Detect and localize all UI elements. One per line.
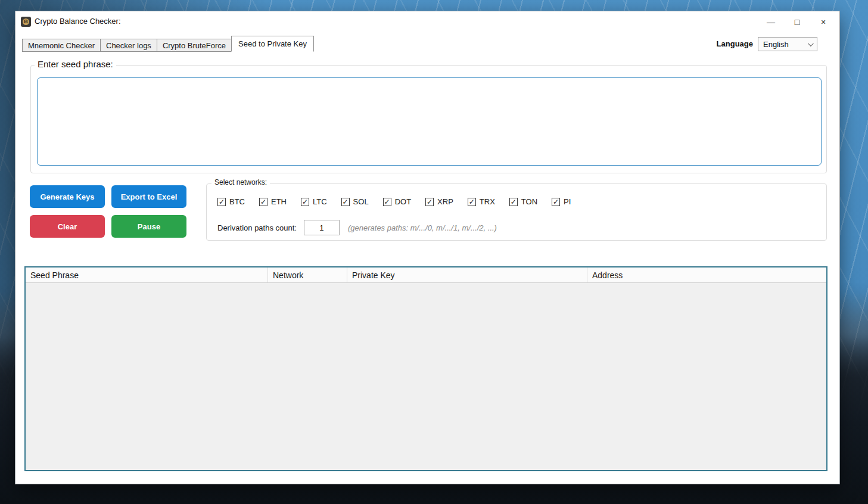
seed-phrase-legend: Enter seed phrase: bbox=[35, 59, 116, 69]
seed-phrase-input[interactable] bbox=[37, 77, 822, 166]
checkbox-dot[interactable] bbox=[383, 198, 391, 206]
checkbox-label: PI bbox=[564, 197, 571, 206]
export-to-excel-button[interactable]: Export to Excel bbox=[111, 185, 186, 208]
window-controls: — □ × bbox=[762, 15, 832, 29]
checkbox-xrp[interactable] bbox=[425, 198, 434, 206]
clear-button[interactable]: Clear bbox=[30, 215, 105, 238]
checkbox-trx[interactable] bbox=[468, 198, 476, 206]
network-option-ltc[interactable]: LTC bbox=[301, 197, 327, 206]
chevron-down-icon bbox=[808, 41, 814, 46]
pause-button[interactable]: Pause bbox=[111, 215, 186, 238]
column-header-address[interactable]: Address bbox=[587, 267, 826, 282]
title-bar[interactable]: B Crypto Balance Checker: — □ × bbox=[15, 11, 839, 33]
checkbox-label: LTC bbox=[313, 197, 327, 206]
app-icon: B bbox=[21, 17, 31, 27]
results-table-body[interactable] bbox=[26, 283, 826, 471]
checkbox-label: XRP bbox=[437, 197, 453, 206]
derivation-paths-label: Derivation paths count: bbox=[217, 223, 297, 232]
checkbox-ltc[interactable] bbox=[301, 198, 309, 206]
derivation-paths-hint: (generates paths: m/.../0, m/.../1, m/..… bbox=[348, 223, 497, 232]
generate-keys-button[interactable]: Generate Keys bbox=[30, 185, 105, 208]
networks-checkbox-row: BTC ETH LTC SOL DOT XRP bbox=[217, 197, 571, 206]
select-networks-groupbox: Select networks: BTC ETH LTC SOL DOT bbox=[206, 183, 827, 241]
seed-phrase-groupbox: Enter seed phrase: bbox=[30, 65, 827, 173]
network-option-dot[interactable]: DOT bbox=[383, 197, 411, 206]
checkbox-label: TON bbox=[521, 197, 537, 206]
checkbox-label: DOT bbox=[395, 197, 411, 206]
tab-label: Mnemonic Checker bbox=[28, 41, 95, 50]
tab-seed-to-private-key[interactable]: Seed to Private Key bbox=[231, 36, 314, 52]
network-option-ton[interactable]: TON bbox=[509, 197, 537, 206]
app-window: B Crypto Balance Checker: — □ × Mnemonic… bbox=[15, 11, 840, 484]
network-option-btc[interactable]: BTC bbox=[217, 197, 245, 206]
language-dropdown[interactable]: English bbox=[758, 37, 817, 51]
tab-label: Checker logs bbox=[106, 41, 151, 50]
checkbox-pi[interactable] bbox=[552, 198, 560, 206]
language-selected-value: English bbox=[763, 40, 789, 49]
checkbox-sol[interactable] bbox=[341, 198, 350, 206]
derivation-paths-count-input[interactable] bbox=[304, 220, 340, 235]
select-networks-legend: Select networks: bbox=[211, 178, 270, 186]
tab-label: Crypto BruteForce bbox=[163, 41, 226, 50]
tab-checker-logs[interactable]: Checker logs bbox=[100, 39, 157, 52]
checkbox-label: ETH bbox=[271, 197, 287, 206]
derivation-paths-row: Derivation paths count: (generates paths… bbox=[217, 220, 497, 235]
tab-strip: Mnemonic Checker Checker logs Crypto Bru… bbox=[22, 36, 314, 52]
column-header-private-key[interactable]: Private Key bbox=[347, 267, 587, 282]
results-table-header: Seed Phrase Network Private Key Address bbox=[26, 267, 826, 283]
language-label: Language bbox=[717, 39, 753, 48]
tab-crypto-bruteforce[interactable]: Crypto BruteForce bbox=[157, 39, 232, 52]
results-table: Seed Phrase Network Private Key Address bbox=[24, 266, 827, 471]
minimize-button[interactable]: — bbox=[762, 15, 780, 29]
network-option-trx[interactable]: TRX bbox=[468, 197, 495, 206]
window-title: Crypto Balance Checker: bbox=[35, 17, 121, 26]
column-header-network[interactable]: Network bbox=[268, 267, 347, 282]
checkbox-eth[interactable] bbox=[259, 198, 267, 206]
tab-mnemonic-checker[interactable]: Mnemonic Checker bbox=[22, 39, 101, 52]
network-option-xrp[interactable]: XRP bbox=[425, 197, 453, 206]
tab-label: Seed to Private Key bbox=[238, 39, 307, 48]
checkbox-ton[interactable] bbox=[509, 198, 518, 206]
close-button[interactable]: × bbox=[814, 15, 832, 29]
checkbox-label: SOL bbox=[353, 197, 369, 206]
maximize-button[interactable]: □ bbox=[788, 15, 806, 29]
network-option-eth[interactable]: ETH bbox=[259, 197, 287, 206]
checkbox-label: TRX bbox=[480, 197, 495, 206]
bitcoin-icon: B bbox=[23, 18, 29, 25]
checkbox-btc[interactable] bbox=[217, 198, 226, 206]
network-option-pi[interactable]: PI bbox=[552, 197, 571, 206]
network-option-sol[interactable]: SOL bbox=[341, 197, 369, 206]
column-header-seed-phrase[interactable]: Seed Phrase bbox=[26, 267, 268, 282]
checkbox-label: BTC bbox=[229, 197, 245, 206]
